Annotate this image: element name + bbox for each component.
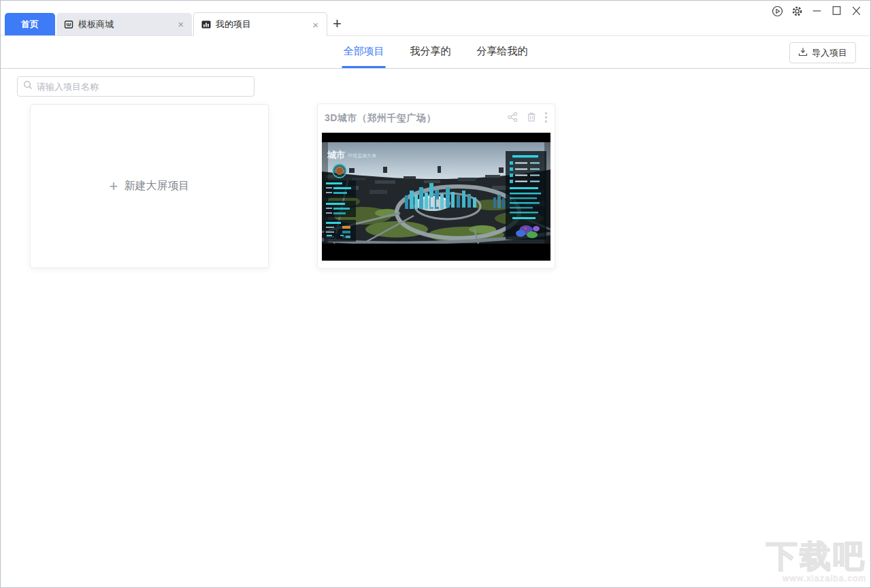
app-window: 首页 模板商城 × 我的项目 × + [0,0,871,588]
tab-home[interactable]: 首页 [5,13,55,35]
search-icon [23,80,33,93]
tab-my-shared[interactable]: 我分享的 [409,36,453,68]
search-input-field[interactable] [37,82,248,92]
close-tab-icon[interactable]: × [311,20,320,30]
tab-my-projects-label: 我的项目 [216,18,311,31]
tab-template-mall-label: 模板商城 [78,18,176,31]
minimize-icon[interactable] [808,4,825,18]
maximize-icon[interactable] [828,4,845,18]
new-tab-button[interactable]: + [333,17,342,31]
trash-icon[interactable] [526,112,537,125]
project-thumbnail[interactable]: 城市 环境监测大屏 [322,133,550,261]
tab-shared-with-me[interactable]: 分享给我的 [476,36,529,68]
new-project-label: 新建大屏项目 [124,179,189,193]
project-actions [507,112,548,126]
thumbnail-heading-sub: 环境监测大屏 [348,152,376,159]
import-icon [798,47,808,59]
project-card[interactable]: 3D城市（郑州千玺广场） [317,103,555,269]
project-filter-tabs: 全部项目 我分享的 分享给我的 [342,36,529,68]
more-icon[interactable] [544,112,548,126]
import-project-button[interactable]: 导入项目 [789,42,856,63]
bar-chart-icon [201,19,212,30]
close-icon[interactable] [848,4,865,18]
tab-template-mall[interactable]: 模板商城 × [56,13,192,35]
project-title: 3D城市（郑州千玺广场） [325,112,507,125]
preview-play-icon[interactable] [769,4,786,18]
new-project-card[interactable]: + 新建大屏项目 [30,104,269,268]
close-tab-icon[interactable]: × [176,19,185,29]
tab-home-label: 首页 [21,18,39,31]
watermark-logo: 下载吧 [766,540,866,572]
browser-tab-bar: 首页 模板商城 × 我的项目 × + [1,1,870,36]
tab-my-projects[interactable]: 我的项目 × [193,12,327,36]
settings-gear-icon[interactable] [789,4,806,18]
tab-all-projects[interactable]: 全部项目 [342,36,386,68]
watermark: 下载吧 www.xiazaiba.com [766,540,866,583]
watermark-url: www.xiazaiba.com [766,573,866,583]
search-input[interactable] [17,76,254,97]
thumbnail-heading-main: 城市 [327,150,345,160]
import-button-label: 导入项目 [812,47,847,59]
share-icon[interactable] [507,112,519,125]
project-card-header: 3D城市（郑州千玺广场） [318,104,555,133]
project-nav-row: 全部项目 我分享的 分享给我的 导入项目 [1,36,870,69]
store-icon [63,19,74,30]
plus-icon: + [110,179,118,194]
window-controls [769,4,865,18]
